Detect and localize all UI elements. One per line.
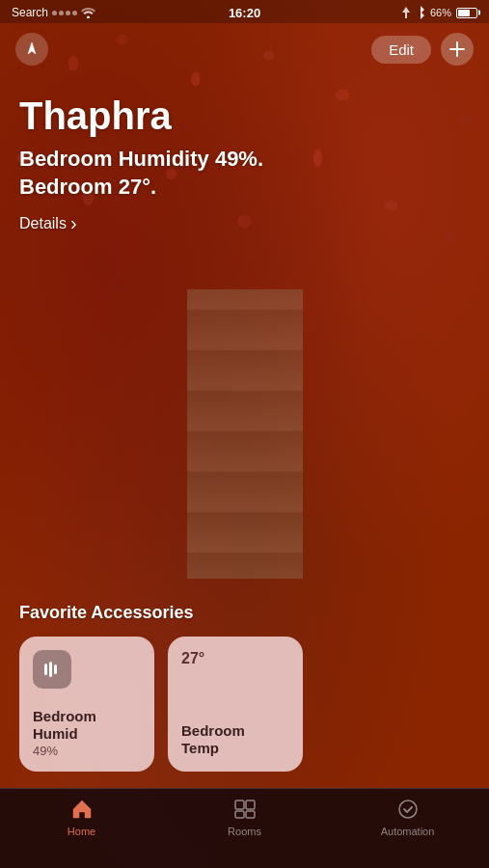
status-right: 66% (401, 6, 477, 19)
humidity-card-info: Bedroom Humid 49% (33, 708, 141, 759)
details-link[interactable]: Details (19, 212, 470, 234)
accessories-section: Favorite Accessories Bedroom Humid 49% (0, 603, 489, 772)
plus-icon (448, 41, 466, 58)
header-actions: Edit (371, 33, 474, 66)
temp-card-name: Bedroom Temp (181, 722, 289, 759)
tab-home-icon (69, 797, 95, 822)
battery-fill (458, 10, 470, 16)
location-button[interactable] (15, 33, 48, 66)
humidity-card-name: Bedroom Humid (33, 708, 141, 745)
summary-text: Bedroom Humidity 49%. Bedroom 27°. (19, 146, 470, 201)
humidity-icon (42, 660, 62, 679)
humidity-icon-wrap (33, 650, 71, 689)
wifi-icon (81, 7, 95, 18)
header: Edit (0, 23, 489, 75)
home-name: Thaphra (19, 95, 470, 138)
automation-tab-svg (396, 798, 420, 821)
tab-automation[interactable]: Automation (326, 797, 489, 837)
accessory-card-temp[interactable]: 27° Bedroom Temp (168, 637, 303, 772)
status-left: Search (12, 6, 95, 19)
edit-button[interactable]: Edit (371, 36, 431, 64)
tab-automation-icon (395, 797, 421, 822)
battery-pct: 66% (430, 7, 451, 18)
home-tab-svg (70, 798, 94, 821)
accessory-card-humidity[interactable]: Bedroom Humid 49% (19, 637, 154, 772)
status-bar: Search 16:20 66% (0, 0, 489, 23)
svg-rect-0 (44, 664, 47, 675)
svg-point-7 (399, 800, 417, 818)
rooms-tab-svg (233, 798, 257, 821)
svg-rect-2 (54, 665, 57, 674)
main-content: Thaphra Bedroom Humidity 49%. Bedroom 27… (0, 75, 489, 234)
add-button[interactable] (441, 33, 474, 66)
signal-dots (52, 11, 77, 15)
bluetooth-icon (416, 6, 425, 19)
humidity-card-value: 49% (33, 744, 141, 758)
summary-line2: Bedroom 27°. (19, 174, 470, 202)
svg-rect-5 (235, 811, 244, 818)
tab-rooms-icon (232, 797, 258, 822)
accessories-title: Favorite Accessories (19, 603, 470, 623)
wood-area (187, 289, 303, 579)
svg-rect-4 (246, 800, 255, 809)
dot-4 (72, 11, 77, 15)
accessories-grid: Bedroom Humid 49% 27° Bedroom Temp (19, 637, 470, 772)
svg-rect-1 (49, 662, 52, 677)
temp-card-info: Bedroom Temp (181, 722, 289, 759)
time-display: 16:20 (229, 6, 260, 20)
tab-automation-label: Automation (381, 826, 435, 837)
svg-rect-6 (246, 811, 255, 818)
dot-3 (66, 11, 70, 15)
temp-value-display: 27° (181, 650, 204, 667)
arrow-up-icon (401, 7, 411, 18)
tab-rooms-label: Rooms (228, 826, 261, 837)
battery-icon (456, 8, 477, 18)
tab-home[interactable]: Home (0, 797, 163, 837)
tab-bar: Home Rooms Automation (0, 788, 489, 868)
details-label: Details (19, 215, 67, 232)
summary-line1: Bedroom Humidity 49%. (19, 146, 470, 174)
tab-rooms[interactable]: Rooms (163, 797, 326, 837)
dot-2 (59, 11, 64, 15)
carrier-label: Search (12, 6, 48, 19)
svg-rect-3 (235, 800, 244, 809)
dot-1 (52, 11, 57, 15)
location-icon (24, 41, 40, 57)
tab-home-label: Home (68, 826, 95, 837)
